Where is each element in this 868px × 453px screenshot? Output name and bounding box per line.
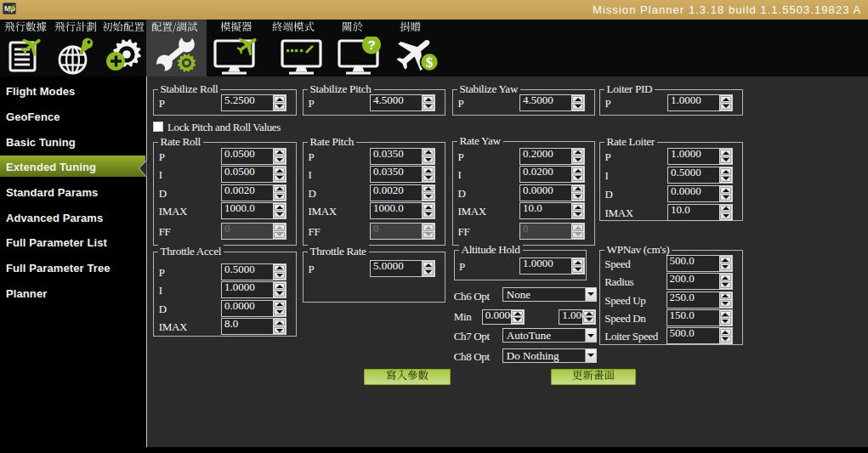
svg-text:?: ? xyxy=(367,37,375,52)
svg-text:$: $ xyxy=(426,54,434,71)
